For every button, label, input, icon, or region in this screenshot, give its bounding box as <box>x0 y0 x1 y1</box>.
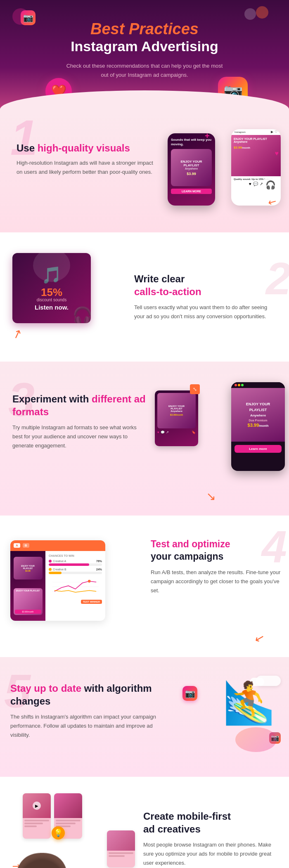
section3-title: Experiment with different ad formats <box>12 393 147 418</box>
listen-now-cta: Listen now. <box>35 304 69 311</box>
section6-illustration: ▶ <box>10 793 139 868</box>
svg-point-3 <box>88 579 91 582</box>
header-title: Instagram Advertising <box>25 38 264 55</box>
section5-text: 5 Stay up to date with algorithm changes… <box>10 674 166 740</box>
section-3: 3 Experiment with different ad formats T… <box>0 362 289 516</box>
section1-description: High-resolution Instagram ads will have … <box>17 158 157 177</box>
section3-text: 3 Experiment with different ad formats T… <box>12 382 147 451</box>
winner-badge: TEST WINNER <box>81 600 102 604</box>
section3-ad-mockups: ENJOY YOUR PLAYLIST Anywhere $3.99/month… <box>153 382 287 481</box>
lightbulb-icon: 💡 <box>52 826 65 840</box>
header-section: 📷 Best Practices Instagram Advertising C… <box>0 0 289 113</box>
ab-label-a: A <box>14 543 20 548</box>
chances-label: CHANCES TO WIN <box>49 554 102 557</box>
section-4: A B ENJOY YOURPLAYLIST$3.99 ENJOY YOUR P… <box>0 516 289 657</box>
section5-description: The shifts in Instagram's algorithm can … <box>10 712 166 740</box>
learn-more-btn[interactable]: Learn more <box>235 445 282 453</box>
ad-card-story: ENJOY YOUR PLAYLIST Anywhere Dua Premium… <box>231 382 285 471</box>
section6-title: Create mobile-first ad creatives <box>143 810 283 835</box>
section-5: 5 Stay up to date with algorithm changes… <box>0 657 289 777</box>
section1-title: Use high-quality visuals <box>17 142 157 154</box>
section2-description: Tell users exactly what you want them to… <box>134 303 277 321</box>
section4-text: 4 Test and optimize your campaigns Run A… <box>151 532 285 595</box>
section6-description: Most people browse Instagram on their ph… <box>143 840 283 868</box>
section2-text: 2 Write clear calls-to-action Tell users… <box>130 264 289 330</box>
header-description: Check out these recommendations that can… <box>66 61 223 80</box>
section1-number: 1 <box>10 113 38 162</box>
creative-a-label: Creative A <box>53 560 66 563</box>
header-subtitle: Best Practices <box>25 21 264 38</box>
section2-title: Write clear calls-to-action <box>134 272 277 298</box>
ad-card-square: ENJOY YOUR PLAYLIST Anywhere $3.99/month… <box>155 390 198 446</box>
phone-light-mock: Instagram ▶ ♡ ENJOY YOUR PLAYLIST Anywhe… <box>231 129 281 206</box>
discount-text: 15% <box>41 287 62 298</box>
section6-text: Create mobile-first ad creatives Most pe… <box>143 793 283 868</box>
section-2: 🎵 15% discount sounds Listen now. 🎧 ↗ 2 … <box>0 232 289 362</box>
ab-label-b: B <box>23 543 29 548</box>
discount-label: discount sounds <box>37 298 66 302</box>
section4-description: Run A/B tests, then analyze the results.… <box>151 568 285 595</box>
section1-phones: Sounds that will keep you moving. ENJOY … <box>166 129 281 212</box>
pct-a: 76% <box>96 560 102 563</box>
section-1: 1 Use high-quality visuals High-resoluti… <box>0 113 289 232</box>
section5-title: Stay up to date with algorithm changes <box>10 682 166 707</box>
section3-description: Try multiple Instagram ad formats to see… <box>12 423 147 450</box>
phone-dark-mock: Sounds that will keep you moving. ENJOY … <box>168 133 215 206</box>
resize-icon: ⤡ <box>190 384 200 394</box>
section4-ab-mockup: A B ENJOY YOURPLAYLIST$3.99 ENJOY YOUR P… <box>10 532 144 627</box>
section4-title: Test and optimize your campaigns <box>151 538 285 563</box>
section-6: ▶ <box>0 777 289 868</box>
pct-b: 24% <box>96 568 102 571</box>
section2-ad-image: 🎵 15% discount sounds Listen now. 🎧 ↗ <box>0 245 130 349</box>
section5-illustration: 📷 📷 🏄 <box>170 674 283 756</box>
creative-b-label: Creative B <box>53 568 66 571</box>
